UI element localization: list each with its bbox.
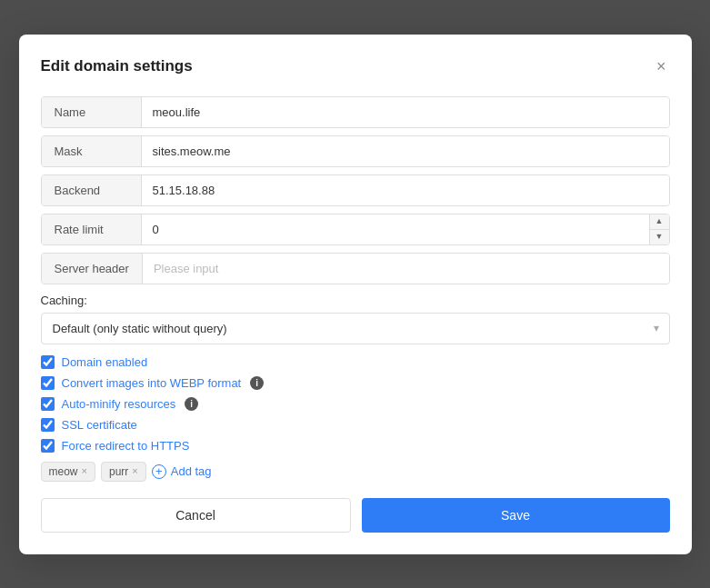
backend-row: Backend [41, 174, 670, 206]
ssl-cert-label[interactable]: SSL certificate [62, 418, 137, 432]
name-label: Name [42, 97, 142, 127]
add-tag-label: Add tag [171, 464, 212, 478]
close-button[interactable]: × [653, 56, 670, 76]
rate-limit-up[interactable]: ▲ [650, 214, 669, 230]
rate-limit-row: Rate limit ▲ ▼ [41, 214, 670, 245]
server-header-input[interactable] [143, 254, 669, 284]
checkbox-convert-webp: Convert images into WEBP format i [41, 376, 670, 390]
mask-label: Mask [42, 136, 142, 166]
tags-row: meow × purr × + Add tag [41, 462, 670, 482]
modal-title: Edit domain settings [41, 57, 193, 75]
mask-row: Mask [41, 135, 670, 167]
footer-buttons: Cancel Save [41, 498, 670, 533]
caching-select-wrapper: Default (only static without query) Disa… [41, 313, 670, 344]
tag-purr: purr × [101, 462, 146, 482]
add-tag-button[interactable]: + Add tag [152, 464, 212, 479]
name-input[interactable] [142, 97, 669, 127]
rate-limit-label: Rate limit [42, 214, 142, 244]
rate-limit-down[interactable]: ▼ [650, 230, 669, 244]
tag-purr-close[interactable]: × [132, 466, 137, 476]
convert-webp-checkbox[interactable] [41, 376, 55, 390]
tag-purr-label: purr [109, 465, 128, 478]
force-https-label[interactable]: Force redirect to HTTPS [62, 439, 190, 453]
server-header-row: Server header [41, 253, 670, 284]
modal-overlay: Edit domain settings × Name Mask Backend… [0, 0, 710, 588]
checkbox-ssl-cert: SSL certificate [41, 418, 670, 432]
checkbox-auto-minify: Auto-minify resources i [41, 397, 670, 411]
force-https-checkbox[interactable] [41, 439, 55, 453]
modal-dialog: Edit domain settings × Name Mask Backend… [19, 35, 692, 554]
mask-input[interactable] [142, 136, 669, 166]
checkbox-force-https: Force redirect to HTTPS [41, 439, 670, 453]
convert-webp-info-icon[interactable]: i [250, 376, 264, 390]
save-button[interactable]: Save [362, 498, 670, 533]
rate-limit-input[interactable] [142, 214, 669, 244]
modal-header: Edit domain settings × [41, 56, 670, 76]
caching-select[interactable]: Default (only static without query) Disa… [41, 313, 670, 344]
convert-webp-label[interactable]: Convert images into WEBP format [62, 376, 242, 390]
backend-input[interactable] [142, 175, 669, 205]
tag-meow: meow × [41, 462, 95, 482]
checkbox-domain-enabled: Domain enabled [41, 355, 670, 369]
ssl-cert-checkbox[interactable] [41, 418, 55, 432]
server-header-label: Server header [42, 254, 143, 284]
tag-meow-label: meow [49, 465, 78, 478]
caching-label: Caching: [41, 294, 670, 307]
backend-label: Backend [42, 175, 142, 205]
name-row: Name [41, 96, 670, 128]
auto-minify-checkbox[interactable] [41, 397, 55, 411]
auto-minify-label[interactable]: Auto-minify resources [62, 397, 176, 411]
domain-enabled-checkbox[interactable] [41, 355, 55, 369]
rate-limit-spinner: ▲ ▼ [649, 214, 669, 244]
tag-meow-close[interactable]: × [82, 466, 87, 476]
auto-minify-info-icon[interactable]: i [185, 397, 198, 411]
domain-enabled-label[interactable]: Domain enabled [62, 355, 148, 369]
cancel-button[interactable]: Cancel [41, 498, 351, 533]
add-tag-icon: + [152, 464, 166, 479]
